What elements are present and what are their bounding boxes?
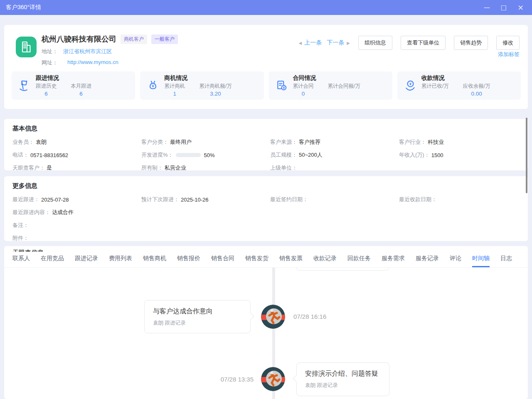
receive-payment-icon: ¥: [404, 79, 416, 92]
avatar: [261, 367, 285, 391]
timeline-entry-card[interactable]: 安排演示介绍、问题答疑 袁朗 跟进记录: [296, 362, 389, 396]
field-value: 最终用户: [170, 138, 192, 146]
field-label: 年收入(万)：: [399, 151, 430, 159]
website-label: 网址：: [42, 59, 67, 66]
timeline-entry-meta: 袁朗 跟进记录: [153, 320, 242, 327]
card-arrow: [247, 313, 254, 320]
company-avatar: [16, 37, 37, 57]
tab-competitors[interactable]: 在用竞品: [41, 252, 64, 267]
stat-title: 跟进情况: [36, 74, 106, 82]
building-icon: [19, 40, 33, 54]
main-content: 杭州八骏科技有限公司 商机客户 一般客户 地址： 浙江省杭州市滨江区 网址： h…: [0, 15, 532, 399]
view-subunits-button[interactable]: 查看下级单位: [401, 36, 446, 50]
add-tag-link[interactable]: 添加标签: [498, 51, 520, 58]
metric-label: 跟进历史: [36, 83, 57, 90]
address-link[interactable]: 浙江省杭州市滨江区: [63, 48, 112, 55]
tab-comments[interactable]: 评论: [450, 252, 461, 267]
astronaut-avatar-image: [261, 305, 285, 329]
field-label: 最近跟进：: [12, 196, 39, 203]
metric-value: 6: [36, 91, 57, 97]
field-value: 2025-07-28: [41, 197, 69, 203]
tab-follow-records[interactable]: 跟进记录: [75, 252, 98, 267]
field-value: 50~200人: [299, 151, 323, 159]
tab-sales-contract[interactable]: 销售合同: [211, 252, 234, 267]
metric-value: [421, 91, 449, 97]
tab-payment-records[interactable]: 收款记录: [313, 252, 337, 267]
tab-sales-invoice[interactable]: 销售发票: [279, 252, 303, 267]
detail-tabs-card: 天眼查信息 联系人 在用竞品 跟进记录 费用列表 销售商机 销售报价 销售合同 …: [4, 246, 528, 399]
field-label: 天眼查客户：: [12, 164, 45, 172]
org-info-button[interactable]: 组织信息: [358, 36, 392, 50]
stat-title: 合同情况: [293, 74, 374, 82]
timeline-entry-title: 安排演示介绍、问题答疑: [305, 369, 381, 378]
stat-cards-row: 跟进情况 跟进历史 6 本月跟进 6: [12, 71, 521, 100]
field-value: 袁朗: [36, 138, 47, 146]
metric-label: 本月跟进: [71, 83, 91, 90]
field-value: 科技业: [428, 138, 444, 146]
tab-collection-tasks[interactable]: 回款任务: [347, 252, 371, 267]
tab-timeline[interactable]: 时间轴: [472, 252, 490, 267]
field-value: 客户推荐: [299, 138, 320, 146]
avatar: [261, 305, 285, 329]
timeline-timestamp: 07/28 16:16: [293, 313, 326, 320]
tab-service-demand[interactable]: 服务需求: [382, 252, 405, 267]
company-name: 杭州八骏科技有限公司: [42, 34, 116, 44]
tab-sales-delivery[interactable]: 销售发货: [245, 252, 268, 267]
field-label: 最近收款日期：: [399, 196, 437, 203]
basic-info-title: 基本信息: [12, 125, 520, 133]
field-label: 客户来源：: [270, 138, 297, 146]
field-label: 最近跟进内容：: [12, 209, 50, 216]
field-label: 客户行业：: [399, 138, 426, 146]
stat-card-contract: ¥ 合同情况 累计合同 0 累计合同额/万: [269, 71, 392, 100]
progress-percent: 50%: [204, 152, 215, 158]
field-value: 2025-10-26: [181, 197, 209, 203]
prev-arrow-icon[interactable]: ◀: [299, 41, 302, 45]
tab-service-records[interactable]: 服务记录: [416, 252, 439, 267]
field-label: 备注：: [12, 222, 29, 229]
field-label: 业务员：: [12, 138, 34, 146]
field-label: 所有制：: [141, 164, 163, 172]
stat-card-payment: ¥ 收款情况 累计已收/万 应收余额/万 0.00: [397, 71, 521, 100]
metric-label: 累计商机额/万: [199, 83, 232, 90]
metric-value: [328, 91, 360, 97]
tab-contacts[interactable]: 联系人: [12, 252, 30, 267]
field-label: 最近签约日期：: [270, 196, 308, 203]
scrollbar-thumb[interactable]: [526, 118, 527, 193]
metric-label: 应收余额/万: [463, 83, 490, 90]
close-icon[interactable]: ×: [517, 4, 524, 11]
field-label: 电话：: [12, 151, 29, 159]
tab-sales-opportunity[interactable]: 销售商机: [143, 252, 166, 267]
timeline-timestamp: 07/28 13:35: [170, 376, 254, 383]
basic-info-card: 基本信息 业务员：袁朗 客户分类：最终用户 客户来源：客户推荐 客户行业：科技业…: [4, 119, 528, 170]
prev-record-link[interactable]: 上一条: [304, 39, 322, 47]
stat-card-follow-up: 跟进情况 跟进历史 6 本月跟进 6: [12, 71, 135, 100]
metric-label: 累计已收/万: [421, 83, 449, 90]
metric-value: 0: [293, 91, 314, 97]
edit-button[interactable]: 修改: [496, 36, 520, 50]
timeline-panel: 与客户达成合作意向 袁朗 跟进记录: [4, 268, 528, 399]
maximize-icon[interactable]: □: [501, 5, 507, 11]
field-label: 附件：: [12, 234, 29, 242]
timeline-partial-card: [296, 268, 389, 271]
more-info-title: 更多信息: [12, 182, 520, 190]
stat-card-opportunity: ¥ 商机情况 累计商机 1 累计商机额/万 3.20: [140, 71, 264, 100]
field-value: 私营企业: [165, 164, 186, 172]
tab-expense-list[interactable]: 费用列表: [109, 252, 132, 267]
svg-text:¥: ¥: [283, 86, 285, 90]
metric-value: 0.00: [463, 91, 490, 97]
next-record-link[interactable]: 下一条: [327, 39, 344, 47]
field-label: 上级单位：: [270, 164, 297, 172]
timeline-entry-card[interactable]: 与客户达成合作意向 袁朗 跟进记录: [144, 300, 251, 333]
svg-text:¥: ¥: [409, 82, 412, 86]
next-arrow-icon[interactable]: ▶: [347, 41, 350, 45]
tab-sales-quote[interactable]: 销售报价: [177, 252, 200, 267]
progress-bar: [176, 153, 201, 157]
minimize-icon[interactable]: —: [484, 5, 490, 11]
customer-tag-general: 一般客户: [151, 34, 178, 44]
tab-logs[interactable]: 日志: [500, 252, 512, 267]
sales-trend-button[interactable]: 销售趋势: [454, 36, 488, 50]
stat-title: 商机情况: [164, 74, 246, 82]
website-link[interactable]: http://www.mymos.cn: [67, 59, 118, 66]
field-label: 客户分类：: [141, 138, 168, 146]
money-bag-icon: ¥: [147, 79, 159, 92]
